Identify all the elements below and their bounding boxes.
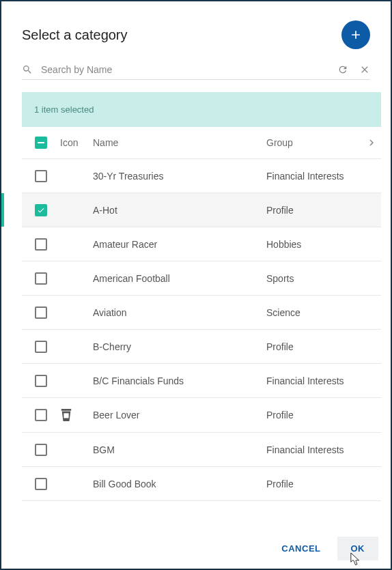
row-name: Bill Good Book (93, 479, 266, 489)
table-row[interactable]: 30-Yr TreasuriesFinancial Interests (22, 159, 381, 193)
row-group: Financial Interests (266, 444, 362, 455)
table-row[interactable]: Beer LoverProfile (22, 398, 381, 433)
row-group: Sports (266, 273, 362, 284)
col-group: Group (266, 137, 362, 148)
table-row[interactable]: Bill Good BookProfile (22, 467, 381, 501)
table-row[interactable]: B-CherryProfile (22, 330, 381, 364)
selection-banner: 1 item selected (22, 92, 381, 127)
row-name: American Football (93, 273, 266, 284)
table-row[interactable]: Amateur RacerHobbies (22, 227, 381, 261)
table-row[interactable]: B/C Financials FundsFinancial Interests (22, 364, 381, 398)
ok-button[interactable]: OK (337, 537, 379, 560)
row-group: Science (266, 307, 362, 318)
dialog-footer: CANCEL OK (1, 528, 391, 569)
col-name: Name (93, 137, 266, 148)
row-checkbox[interactable] (35, 341, 47, 353)
row-group: Financial Interests (266, 171, 362, 182)
row-checkbox[interactable] (35, 307, 47, 319)
row-icon-cell (60, 408, 93, 423)
search-input[interactable] (41, 64, 326, 75)
row-checkbox[interactable] (35, 272, 47, 285)
table-header: Icon Name Group (22, 127, 381, 159)
row-checkbox[interactable] (35, 375, 47, 387)
table-row[interactable]: A-HotProfile (22, 193, 381, 227)
select-all-checkbox[interactable] (35, 137, 47, 149)
row-checkbox[interactable] (35, 238, 47, 251)
row-name: B/C Financials Funds (93, 375, 266, 386)
row-name: B-Cherry (93, 341, 266, 352)
row-group: Profile (266, 205, 362, 216)
table-row[interactable]: BGMFinancial Interests (22, 433, 381, 467)
chevron-right-icon (365, 137, 378, 149)
category-table: Icon Name Group 30-Yr TreasuriesFinancia… (22, 127, 381, 501)
search-icon (22, 64, 33, 75)
row-name: Aviation (93, 307, 266, 318)
row-name: BGM (93, 444, 266, 455)
row-name: Amateur Racer (93, 239, 266, 250)
refresh-icon[interactable] (337, 64, 348, 75)
row-checkbox[interactable] (35, 204, 47, 216)
plus-icon (349, 28, 363, 42)
row-checkbox[interactable] (35, 409, 47, 421)
table-row[interactable]: American FootballSports (22, 261, 381, 296)
row-name: Beer Lover (93, 410, 266, 421)
cancel-button[interactable]: CANCEL (268, 537, 334, 560)
dialog-header: Select a category (1, 1, 391, 60)
row-name: 30-Yr Treasuries (93, 171, 266, 182)
col-icon: Icon (60, 137, 93, 148)
table-row[interactable]: AviationScience (22, 296, 381, 330)
row-name: A-Hot (93, 205, 266, 216)
svg-rect-0 (64, 413, 68, 418)
row-checkbox[interactable] (35, 444, 47, 456)
clear-icon[interactable] (359, 64, 370, 75)
row-group: Hobbies (266, 239, 362, 250)
cup-icon (60, 408, 72, 423)
row-checkbox[interactable] (35, 170, 47, 182)
row-group: Financial Interests (266, 375, 362, 386)
row-group: Profile (266, 479, 362, 489)
row-group: Profile (266, 341, 362, 352)
row-checkbox[interactable] (35, 478, 47, 490)
search-bar (22, 60, 370, 80)
add-button[interactable] (341, 20, 370, 49)
expand-columns[interactable] (362, 137, 381, 149)
select-category-dialog: Select a category 1 item selected Icon N… (1, 1, 391, 569)
dialog-title: Select a category (22, 27, 128, 43)
dialog-body[interactable]: 1 item selected Icon Name Group 30-Yr Tr… (1, 92, 391, 528)
row-group: Profile (266, 410, 362, 421)
